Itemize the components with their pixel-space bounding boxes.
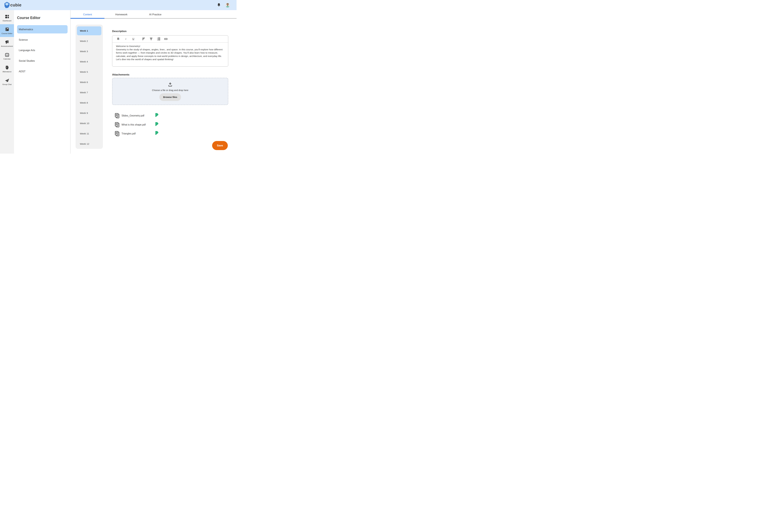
sidebar-item-calendar[interactable]: Calendar — [0, 50, 14, 62]
book-icon — [5, 27, 9, 32]
week-item-2[interactable]: Week 2 — [77, 37, 101, 46]
week-item-1[interactable]: Week 1 — [77, 26, 101, 35]
course-editor-panel: Course Editor Mathematics Science Langua… — [14, 10, 70, 154]
page-title: Course Editor — [17, 16, 40, 20]
week-item-6[interactable]: Week 6 — [77, 78, 101, 87]
sidebar-item-label: Calendar — [3, 58, 11, 60]
attachment-name[interactable]: Slides_Geometry.pdf — [121, 114, 144, 117]
tab-homework[interactable]: Homework — [104, 12, 138, 17]
week-item-label: Week 1 — [80, 29, 88, 32]
attachment-row: What is this shape.pdf — [115, 121, 145, 128]
week-item-label: Week 7 — [80, 91, 88, 94]
description-heading: Description — [112, 30, 126, 33]
week-item-3[interactable]: Week 3 — [77, 47, 101, 56]
week-item-7[interactable]: Week 7 — [77, 88, 101, 97]
week-item-12[interactable]: Week 12 — [77, 139, 101, 148]
dropzone-caption: Choose a file or drag and drop here — [112, 89, 228, 91]
document-icon — [115, 122, 119, 127]
document-icon — [115, 131, 119, 136]
link-icon[interactable] — [164, 37, 167, 41]
attachments-heading: Attachements — [112, 73, 129, 76]
calendar-icon — [5, 52, 9, 57]
tab-label: Homework — [115, 13, 127, 16]
align-left-icon[interactable] — [142, 37, 145, 41]
course-item-label: Language Arts — [19, 49, 35, 52]
description-input[interactable]: Welcome to Geometry! Geometry is the stu… — [112, 43, 228, 63]
sidebar-item-course-editor[interactable]: Course Editor — [0, 24, 14, 37]
tab-underline — [104, 18, 237, 19]
tab-label: AI Practice — [149, 13, 161, 16]
week-item-label: Week 9 — [80, 112, 88, 114]
attachment-name[interactable]: Triangles.pdf — [121, 132, 136, 135]
course-item-science[interactable]: Science — [17, 36, 68, 44]
sidebar-item-label: Dashboard — [3, 20, 11, 22]
app-logo: cubie — [4, 2, 21, 8]
course-item-label: Social Studies — [19, 59, 35, 62]
editor-toolbar: B i U 1 2 3 — [112, 35, 228, 43]
upload-icon — [168, 82, 172, 87]
brand-name: cubie — [10, 3, 21, 8]
week-item-label: Week 3 — [80, 50, 88, 53]
week-item-10[interactable]: Week 10 — [77, 119, 101, 128]
play-attachment-icon[interactable] — [155, 131, 158, 135]
browse-files-button[interactable]: Browse files — [159, 93, 181, 101]
play-attachment-icon[interactable] — [155, 122, 158, 126]
week-item-9[interactable]: Week 9 — [77, 109, 101, 118]
avatar[interactable] — [225, 3, 230, 8]
sidebar-item-announcement[interactable]: Announcement — [0, 37, 14, 50]
week-item-4[interactable]: Week 4 — [77, 57, 101, 66]
course-item-adst[interactable]: ADST — [17, 67, 68, 75]
sidebar-item-label: Attendance — [2, 71, 11, 73]
top-bar: cubie — [0, 0, 237, 10]
week-item-8[interactable]: Week 8 — [77, 98, 101, 107]
svg-text:2: 2 — [157, 38, 158, 39]
paper-plane-icon — [5, 78, 9, 83]
document-icon — [115, 113, 119, 118]
week-item-label: Week 6 — [80, 81, 88, 84]
week-item-label: Week 12 — [80, 143, 89, 145]
description-body: Geometry is the study of shapes, angles,… — [116, 48, 225, 61]
course-item-language-arts[interactable]: Language Arts — [17, 46, 68, 54]
rich-text-editor: B i U 1 2 3 — [112, 35, 228, 67]
bold-button[interactable]: B — [116, 37, 120, 41]
italic-button[interactable]: i — [124, 37, 127, 41]
ordered-list-icon[interactable]: 1 2 3 — [157, 37, 160, 41]
week-item-label: Week 2 — [80, 40, 88, 43]
sidebar-item-attendance[interactable]: Attendance — [0, 62, 14, 75]
notifications-bell-icon[interactable] — [217, 3, 221, 7]
file-dropzone[interactable]: Choose a file or drag and drop here Brow… — [112, 78, 228, 105]
play-attachment-icon[interactable] — [155, 113, 158, 117]
cube-logo-icon — [4, 2, 10, 8]
attachment-row: Triangles.pdf — [115, 130, 136, 137]
svg-text:3: 3 — [157, 39, 158, 40]
sidebar-item-label: Group Chat — [2, 83, 12, 85]
week-item-label: Week 5 — [80, 71, 88, 73]
sidebar-item-group-chat[interactable]: Group Chat — [0, 75, 14, 88]
tab-content[interactable]: Content — [70, 12, 105, 17]
week-list: Week 1 Week 2 Week 3 Week 4 Week 5 Week … — [76, 25, 103, 149]
week-item-label: Week 8 — [80, 101, 88, 104]
active-tab-indicator — [70, 18, 104, 19]
sidebar: Dashboard Course Editor Announcement — [0, 10, 14, 154]
attachment-row: Slides_Geometry.pdf — [115, 112, 144, 119]
save-button[interactable]: Save — [212, 141, 228, 150]
megaphone-icon — [5, 40, 9, 44]
week-item-label: Week 11 — [80, 132, 89, 135]
course-item-mathematics[interactable]: Mathematics — [17, 25, 68, 33]
align-center-icon[interactable] — [149, 37, 153, 41]
sidebar-item-label: Announcement — [1, 45, 13, 47]
underline-button[interactable]: U — [132, 37, 135, 41]
panel-divider — [70, 10, 70, 154]
dashboard-grid-icon — [5, 14, 9, 19]
sidebar-item-label: Course Editor — [2, 33, 12, 34]
week-item-11[interactable]: Week 11 — [77, 129, 101, 138]
week-item-5[interactable]: Week 5 — [77, 68, 101, 76]
sidebar-item-dashboard[interactable]: Dashboard — [0, 12, 14, 24]
course-item-social-studies[interactable]: Social Studies — [17, 57, 68, 65]
tab-ai-practice[interactable]: AI Practice — [138, 12, 172, 17]
week-item-label: Week 10 — [80, 122, 89, 125]
week-item-label: Week 4 — [80, 60, 88, 63]
course-item-label: Mathematics — [19, 28, 33, 31]
raised-fist-icon — [5, 65, 9, 70]
attachment-name[interactable]: What is this shape.pdf — [121, 123, 145, 126]
